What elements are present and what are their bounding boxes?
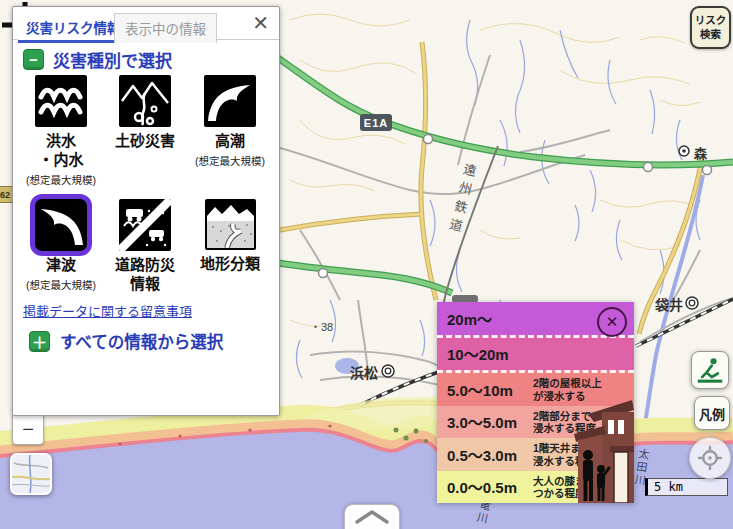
risk-search-button[interactable]: リスク 検索 <box>690 6 731 49</box>
storm-surge-icon[interactable] <box>204 75 256 127</box>
scale-bar: 5 km <box>645 478 728 496</box>
hazard-item-storm-surge: 高潮 (想定最大規模) <box>184 75 276 168</box>
depth-description: 1階天井まで浸水する程度 <box>533 442 596 467</box>
hazard-item-flood: 洪水・内水 (想定最大規模) <box>15 75 107 187</box>
close-icon[interactable]: ✕ <box>252 12 269 34</box>
legend-row: 3.0～5.0m 2階部分まで浸水する程度 <box>437 406 634 439</box>
risk-search-label: リスク <box>695 14 727 27</box>
select-from-all-info[interactable]: ＋ すべての情報から選択 <box>29 329 223 353</box>
legend-row: 0.0～0.5m 大人の膝までつかる程度 <box>437 471 634 504</box>
disaster-risk-panel: 災害リスク情報 表示中の情報 ✕ − 災害種別で選択 洪水・内水 (想定最大規模… <box>12 6 280 416</box>
bottom-sheet-expander[interactable] <box>344 504 400 529</box>
depth-label: 20m～ <box>437 308 492 329</box>
tab-displayed-info[interactable]: 表示中の情報 <box>114 13 217 43</box>
all-info-label: すべての情報から選択 <box>60 329 223 353</box>
risk-search-label: 検索 <box>700 28 721 41</box>
depth-label: 10～20m <box>437 343 509 364</box>
minimap[interactable] <box>10 453 52 495</box>
hazard-label: 洪水・内水 <box>15 132 107 170</box>
depth-label: 0.5～3.0m <box>437 444 517 465</box>
depth-label: 5.0～10m <box>437 379 513 400</box>
expand-plus-button[interactable]: ＋ <box>29 331 50 352</box>
select-by-disaster-type: − 災害種別で選択 <box>23 47 172 72</box>
zoom-out-button[interactable]: − <box>12 413 44 445</box>
gps-target-icon <box>695 443 725 473</box>
hazard-item-landslide: 土砂災害 <box>99 75 191 153</box>
gps-location-button[interactable] <box>689 437 731 479</box>
hazard-label: 道路防災情報 <box>99 256 191 294</box>
evacuation-site-button[interactable] <box>691 351 729 389</box>
hazard-label: 津波 <box>15 256 107 275</box>
depth-label: 0.0～0.5m <box>437 476 517 497</box>
data-notice-link[interactable]: 掲載データに関する留意事項 <box>23 301 192 320</box>
depth-description: 2階部分まで浸水する程度 <box>533 410 596 435</box>
legend-row: 10～20m <box>437 335 634 371</box>
hazard-sublabel: (想定最大規模) <box>184 153 276 168</box>
panel-tabbar: 災害リスク情報 表示中の情報 ✕ <box>13 7 279 40</box>
legend-row: 5.0～10m 2階の屋根以上が浸水する <box>437 370 634 406</box>
terrain-classification-icon[interactable] <box>205 199 256 250</box>
chevron-up-icon <box>345 505 399 529</box>
hazard-item-terrain: 地形分類 <box>184 199 276 276</box>
running-person-icon <box>696 356 724 384</box>
hazard-label: 地形分類 <box>184 255 276 274</box>
hazard-label: 土砂災害 <box>99 132 191 151</box>
hazard-label: 高潮 <box>184 132 276 151</box>
section-title: 災害種別で選択 <box>53 47 172 72</box>
hazard-item-tsunami: 津波 (想定最大規模) <box>15 199 107 292</box>
flood-icon[interactable] <box>35 75 87 127</box>
e1a-route-shield: E1A <box>360 114 392 131</box>
tsunami-icon-selected[interactable] <box>35 199 87 251</box>
collapse-minus-button[interactable]: − <box>23 49 44 70</box>
hazard-item-road-disaster: 道路防災情報 <box>99 199 191 296</box>
road-disaster-icon[interactable] <box>119 199 171 251</box>
legend-row: 0.5～3.0m 1階天井まで浸水する程度 <box>437 438 634 471</box>
tsunami-depth-legend: ✕ 20m～ 10～20m 5.0～10m 2階の屋根以上が浸水する 3.0～5… <box>437 302 634 503</box>
hazard-sublabel: (想定最大規模) <box>15 277 107 292</box>
tab-disaster-risk-info[interactable]: 災害リスク情報 <box>18 13 129 43</box>
depth-description: 大人の膝までつかる程度 <box>533 475 596 500</box>
depth-label: 3.0～5.0m <box>437 411 517 432</box>
legend-close-icon[interactable]: ✕ <box>597 307 627 337</box>
depth-description: 2階の屋根以上が浸水する <box>533 377 602 402</box>
landslide-icon[interactable] <box>119 75 171 127</box>
hazard-sublabel: (想定最大規模) <box>15 172 107 187</box>
legend-button[interactable]: 凡例 <box>694 396 730 430</box>
